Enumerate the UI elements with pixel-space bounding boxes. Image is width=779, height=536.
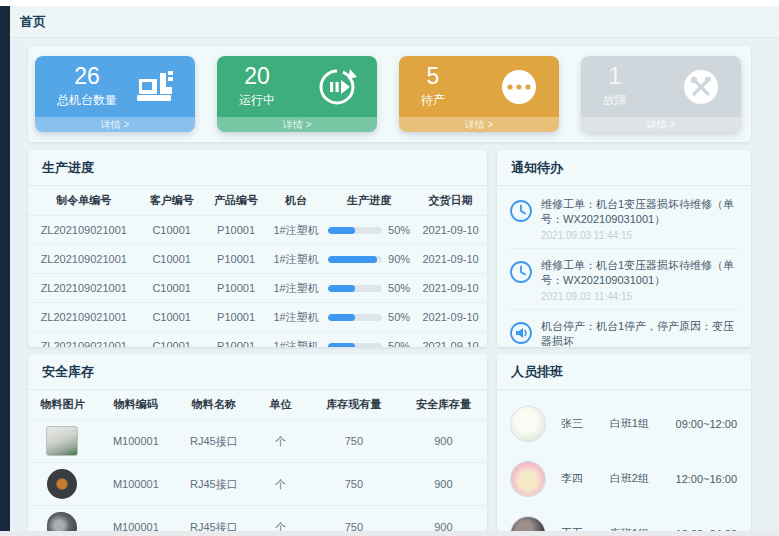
- table-row[interactable]: ZL202109021001 C10001 P10001 1#注塑机 50% 2…: [28, 332, 487, 348]
- avatar: [511, 517, 545, 532]
- stat-card-running[interactable]: 20 运行中 详情 >: [217, 56, 377, 132]
- safety-stock-title: 安全库存: [28, 354, 487, 390]
- col-header: 安全库存量: [400, 390, 487, 420]
- speaker-icon: [509, 321, 533, 345]
- notifications-panel: 通知待办 维修工单：机台1变压器损坏待维修（单号：WX202109031001）…: [497, 150, 751, 347]
- stat-label: 故障: [603, 92, 627, 109]
- sidebar-edge: [0, 6, 10, 531]
- table-row[interactable]: ZL202109021001 C10001 P10001 1#注塑机 50% 2…: [28, 216, 487, 245]
- safety-stock-panel: 安全库存 物料图片 物料编码 物料名称 单位 库存现有量 安全库存量: [28, 354, 487, 531]
- notification-item[interactable]: 维修工单：机台1变压器损坏待维修（单号：WX202109031001） 2021…: [509, 188, 739, 249]
- col-header: 客户编号: [140, 186, 204, 216]
- progress-bar: 50%: [328, 282, 410, 294]
- shift-time: 18:00~24:00: [676, 528, 737, 532]
- stat-card-fault[interactable]: 1 故障: [581, 56, 741, 132]
- table-row[interactable]: M100001 RJ45接口 个 750 900: [28, 506, 487, 532]
- person-name: 王五: [561, 526, 610, 531]
- stat-label: 运行中: [239, 92, 275, 109]
- stat-value: 26: [57, 64, 117, 89]
- notification-item[interactable]: 机台停产：机台1停产，停产原因：变压器损坏 2021.09.03 11:44:1…: [509, 310, 739, 347]
- detail-link[interactable]: 详情 >: [581, 117, 741, 132]
- shift-label: 白班1组: [610, 416, 676, 431]
- notification-text: 维修工单：机台1变压器损坏待维修（单号：WX202109031001）: [541, 197, 739, 228]
- notification-time: 2021.09.03 11:44:15: [541, 230, 739, 241]
- shift-time: 12:00~16:00: [676, 473, 737, 485]
- material-image-rj45: [46, 426, 78, 456]
- schedule-row[interactable]: 李四 白班2组 12:00~16:00: [511, 451, 737, 506]
- notifications-title: 通知待办: [497, 150, 751, 186]
- personnel-schedule-panel: 人员排班 张三 白班1组 09:00~12:00 李四 白班2组 12:00~1…: [497, 354, 751, 531]
- material-image-speaker: [47, 512, 77, 531]
- notification-item[interactable]: 维修工单：机台1变压器损坏待维修（单号：WX202109031001） 2021…: [509, 249, 739, 310]
- progress-bar: 50%: [328, 311, 410, 323]
- col-header: 库存现有量: [308, 390, 400, 420]
- shift-time: 09:00~12:00: [676, 418, 737, 430]
- detail-link[interactable]: 详情 >: [35, 117, 195, 132]
- page-title[interactable]: 首页: [20, 13, 46, 31]
- col-header: 生产进度: [324, 186, 414, 216]
- col-header: 物料图片: [28, 390, 97, 420]
- progress-bar: 50%: [328, 224, 410, 236]
- shift-label: 夜班1组: [610, 526, 676, 531]
- col-header: 交货日期: [414, 186, 487, 216]
- person-name: 李四: [561, 471, 610, 486]
- table-header-row: 制令单编号 客户编号 产品编号 机台 生产进度 交货日期: [28, 186, 487, 216]
- table-row[interactable]: ZL202109021001 C10001 P10001 1#注塑机 50% 2…: [28, 303, 487, 332]
- table-row[interactable]: ZL202109021001 C10001 P10001 1#注塑机 50% 2…: [28, 274, 487, 303]
- col-header: 单位: [253, 390, 308, 420]
- stat-value: 1: [603, 64, 627, 89]
- tools-icon: [679, 65, 723, 109]
- notification-time: 2021.09.03 11:44:15: [541, 291, 739, 302]
- stat-value: 5: [421, 64, 445, 89]
- avatar: [511, 407, 545, 441]
- notification-text: 机台停产：机台1停产，停产原因：变压器损坏: [541, 319, 739, 347]
- progress-bar: 50%: [328, 340, 410, 347]
- schedule-row[interactable]: 张三 白班1组 09:00~12:00: [511, 396, 737, 451]
- safety-stock-table: 物料图片 物料编码 物料名称 单位 库存现有量 安全库存量 M100001 R: [28, 390, 487, 531]
- page-header: 首页: [10, 6, 779, 38]
- material-image-speaker: [47, 469, 77, 499]
- stat-card-total-machines[interactable]: 26 总机台数量: [35, 56, 195, 132]
- col-header: 产品编号: [204, 186, 268, 216]
- production-progress-title: 生产进度: [28, 150, 487, 186]
- notification-text: 维修工单：机台1变压器损坏待维修（单号：WX202109031001）: [541, 258, 739, 289]
- clock-icon: [509, 260, 533, 284]
- machine-icon: [133, 65, 177, 109]
- table-row[interactable]: M100001 RJ45接口 个 750 900: [28, 420, 487, 463]
- production-progress-panel: 生产进度 制令单编号 客户编号 产品编号 机台 生产进度 交货日期: [28, 150, 487, 347]
- schedule-row[interactable]: 王五 夜班1组 18:00~24:00: [511, 506, 737, 531]
- personnel-schedule-title: 人员排班: [497, 354, 751, 390]
- person-name: 张三: [561, 416, 610, 431]
- running-icon: [315, 65, 359, 109]
- stat-value: 20: [239, 64, 275, 89]
- shift-label: 白班2组: [610, 471, 676, 486]
- detail-link[interactable]: 详情 >: [217, 117, 377, 132]
- stat-label: 待产: [421, 92, 445, 109]
- production-progress-table: 制令单编号 客户编号 产品编号 机台 生产进度 交货日期 ZL202109021…: [28, 186, 487, 347]
- dashboard-main: 首页 26 总机台数量: [10, 6, 779, 531]
- col-header: 制令单编号: [28, 186, 140, 216]
- table-row[interactable]: ZL202109021001 C10001 P10001 1#注塑机 90% 2…: [28, 245, 487, 274]
- col-header: 机台: [268, 186, 324, 216]
- avatar: [511, 462, 545, 496]
- clock-icon: [509, 199, 533, 223]
- detail-link[interactable]: 详情 >: [399, 117, 559, 132]
- table-header-row: 物料图片 物料编码 物料名称 单位 库存现有量 安全库存量: [28, 390, 487, 420]
- col-header: 物料名称: [175, 390, 253, 420]
- col-header: 物料编码: [97, 390, 175, 420]
- stat-card-waiting[interactable]: 5 待产 详情 >: [399, 56, 559, 132]
- stat-label: 总机台数量: [57, 92, 117, 109]
- stats-panel: 26 总机台数量: [28, 46, 751, 142]
- ellipsis-icon: [497, 65, 541, 109]
- table-row[interactable]: M100001 RJ45接口 个 750 900: [28, 463, 487, 506]
- window-bottom-strip: [0, 531, 779, 536]
- progress-bar: 90%: [328, 253, 410, 265]
